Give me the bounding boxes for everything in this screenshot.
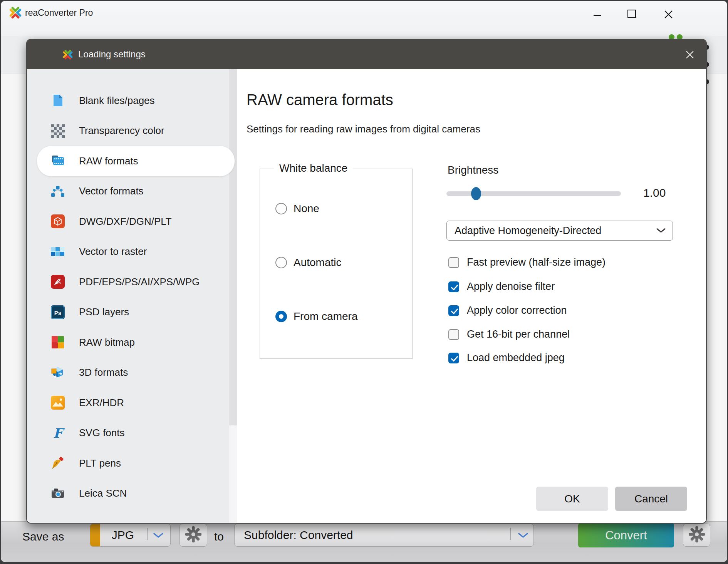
film-icon bbox=[51, 154, 65, 168]
format-value: JPG bbox=[100, 524, 146, 546]
sidebar-item-exr-hdr[interactable]: EXR/HDR bbox=[27, 388, 229, 418]
raster-grid-icon bbox=[51, 245, 65, 259]
sidebar-item-pdf-eps-ps-ai-xps-wpg[interactable]: PDF/EPS/PS/AI/XPS/WPG bbox=[27, 267, 229, 297]
image-sun-icon bbox=[51, 396, 65, 410]
checkbox-load-embedded-jpeg[interactable]: Load embedded jpeg bbox=[448, 352, 565, 364]
pdf-icon bbox=[51, 275, 65, 289]
app-title: reaConverter Pro bbox=[25, 8, 93, 18]
scrollbar-thumb[interactable] bbox=[229, 69, 237, 425]
loading-settings-dialog: Loading settings Blank files/pages Trans… bbox=[26, 39, 707, 524]
brightness-slider[interactable] bbox=[446, 191, 621, 196]
dialog-close-button[interactable] bbox=[685, 50, 695, 60]
script-f-icon: F bbox=[51, 426, 65, 440]
sidebar-item-dwg-dxf-dgn-plt[interactable]: DWG/DXF/DGN/PLT bbox=[27, 206, 229, 237]
radio-icon[interactable] bbox=[275, 311, 287, 322]
checkbox-get-16-bit-per-channel[interactable]: Get 16-bit per channel bbox=[448, 328, 570, 340]
minimize-button[interactable] bbox=[594, 15, 601, 16]
transparency-icon bbox=[51, 124, 65, 138]
demosaic-value: Adaptive Homogeneity-Directed bbox=[455, 221, 601, 240]
vector-nodes-icon bbox=[51, 184, 65, 198]
chevron-down-icon bbox=[518, 533, 528, 540]
close-window-button[interactable] bbox=[664, 10, 673, 19]
checkbox-icon[interactable] bbox=[448, 329, 459, 340]
sidebar-item-raw-bitmap[interactable]: RAW bitmap bbox=[27, 327, 229, 358]
format-stripe bbox=[90, 524, 100, 546]
sidebar-item-3d-formats[interactable]: 3D formats bbox=[27, 358, 229, 388]
dialog-sidebar: Blank files/pages Transparency color RAW… bbox=[27, 69, 229, 523]
camera-icon bbox=[51, 487, 65, 500]
dialog-title: Loading settings bbox=[78, 49, 146, 60]
sidebar-item-svg-fonts[interactable]: F SVG fonts bbox=[27, 418, 229, 449]
psd-icon: Ps bbox=[51, 305, 65, 319]
pen-nib-icon bbox=[51, 456, 65, 470]
sidebar-item-vector-to-raster[interactable]: Vector to raster bbox=[27, 237, 229, 267]
gear-icon bbox=[185, 526, 202, 544]
sidebar-scrollbar[interactable] bbox=[229, 69, 237, 523]
save-as-label: Save as bbox=[22, 530, 64, 543]
checkbox-icon[interactable] bbox=[448, 257, 459, 268]
chevron-down-icon bbox=[153, 533, 163, 540]
checkbox-icon[interactable] bbox=[448, 353, 459, 363]
sidebar-item-leica-scn[interactable]: Leica SCN bbox=[27, 479, 229, 509]
page-subtitle: Settings for reading raw images from dig… bbox=[247, 123, 480, 135]
ok-button[interactable]: OK bbox=[536, 487, 608, 511]
sidebar-item-psd-layers[interactable]: Ps PSD layers bbox=[27, 297, 229, 328]
brightness-value: 1.00 bbox=[643, 186, 666, 199]
convert-button[interactable]: Convert bbox=[578, 523, 674, 547]
cad-cube-icon bbox=[51, 214, 65, 228]
checkbox-fast-preview-half-size-image[interactable]: Fast preview (half-size image) bbox=[448, 256, 606, 268]
dialog-main-panel: RAW camera formats Settings for reading … bbox=[237, 69, 706, 523]
radio-from-camera[interactable]: From camera bbox=[275, 310, 357, 323]
format-settings-button[interactable] bbox=[179, 524, 207, 547]
to-label: to bbox=[214, 530, 224, 543]
app-logo-icon bbox=[62, 49, 73, 60]
cancel-button[interactable]: Cancel bbox=[615, 487, 687, 511]
white-balance-legend: White balance bbox=[274, 162, 353, 174]
svg-text:Ps: Ps bbox=[54, 309, 61, 316]
app-logo-icon bbox=[9, 6, 22, 19]
radio-icon[interactable] bbox=[275, 203, 287, 214]
white-balance-group: White balance None Automatic From camera bbox=[260, 169, 413, 359]
radio-automatic[interactable]: Automatic bbox=[275, 256, 342, 269]
sidebar-item-transparency-color[interactable]: Transparency color bbox=[27, 116, 229, 146]
radio-none[interactable]: None bbox=[275, 203, 319, 215]
maximize-button[interactable] bbox=[627, 10, 636, 18]
titlebar: reaConverter Pro bbox=[1, 1, 727, 36]
sidebar-item-plt-pens[interactable]: PLT pens bbox=[27, 448, 229, 479]
screen: reaConverter Pro Save as JPG bbox=[0, 0, 728, 564]
blank-page-icon bbox=[51, 94, 65, 107]
sidebar-item-raw-formats[interactable]: RAW formats bbox=[37, 146, 235, 176]
page-title: RAW camera formats bbox=[247, 91, 393, 109]
brightness-label: Brightness bbox=[448, 164, 498, 176]
sidebar-item-vector-formats[interactable]: Vector formats bbox=[27, 176, 229, 207]
app-window: reaConverter Pro Save as JPG bbox=[1, 1, 727, 562]
destination-value: Subfolder: Converted bbox=[244, 524, 353, 546]
raw-bitmap-icon bbox=[51, 335, 65, 349]
destination-select[interactable]: Subfolder: Converted bbox=[234, 524, 534, 547]
chevron-down-icon bbox=[656, 228, 666, 235]
gear-icon bbox=[688, 526, 705, 544]
cube-3d-icon bbox=[51, 366, 65, 380]
format-select[interactable]: JPG bbox=[90, 524, 171, 547]
convert-settings-button[interactable] bbox=[683, 524, 710, 547]
radio-icon[interactable] bbox=[275, 257, 287, 268]
checkbox-icon[interactable] bbox=[448, 305, 459, 316]
sidebar-item-blank-files-pages[interactable]: Blank files/pages bbox=[27, 85, 229, 116]
checkbox-icon[interactable] bbox=[448, 281, 459, 292]
checkbox-apply-denoise-filter[interactable]: Apply denoise filter bbox=[448, 281, 555, 293]
checkbox-apply-color-correction[interactable]: Apply color correction bbox=[448, 305, 567, 316]
demosaic-select[interactable]: Adaptive Homogeneity-Directed bbox=[446, 221, 673, 241]
dialog-titlebar: Loading settings bbox=[27, 40, 706, 69]
slider-thumb[interactable] bbox=[471, 187, 481, 200]
